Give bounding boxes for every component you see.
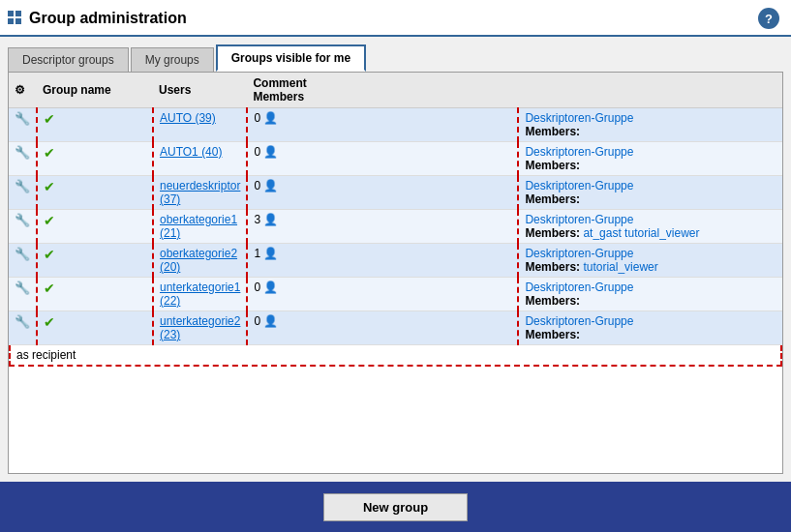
table-row: 🔧✔unterkategorie2 (23)0 👤Deskriptoren-Gr… [9, 311, 782, 345]
status-icon: ✔ [44, 213, 55, 228]
help-button[interactable]: ? [758, 8, 779, 29]
col-header-tools: ⚙ [9, 73, 37, 108]
users-count: 0 [254, 111, 260, 125]
table-row: 🔧✔AUTO (39)0 👤Deskriptoren-GruppeMembers… [9, 108, 782, 142]
group-name-link[interactable]: oberkategorie2 (20) [160, 247, 237, 274]
group-name-link[interactable]: oberkategorie1 (21) [160, 213, 237, 240]
col-header-group-name: Group name [37, 73, 153, 108]
wrench-icon[interactable]: 🔧 [15, 281, 30, 295]
row-group-name-cell: neuerdeskriptor (37) [153, 176, 247, 210]
row-group-name-cell: oberkategorie2 (20) [153, 244, 247, 278]
row-group-name-cell: AUTO (39) [153, 108, 247, 142]
comment-text: Deskriptoren-Gruppe [525, 111, 633, 125]
members-label: Members: [525, 159, 580, 172]
new-group-button[interactable]: New group [323, 493, 468, 521]
row-users-cell: 0 👤 [247, 176, 518, 210]
header-left: Group administration [8, 10, 187, 27]
wrench-icon[interactable]: 🔧 [15, 111, 30, 126]
row-status-cell: ✔ [37, 244, 153, 278]
user-person-icon: 👤 [263, 213, 278, 226]
row-tools-cell: 🔧 [9, 244, 37, 278]
row-users-cell: 1 👤 [247, 244, 518, 278]
tab-descriptor-groups[interactable]: Descriptor groups [8, 47, 129, 72]
col-header-users: Users [153, 73, 247, 108]
comment-text: Deskriptoren-Gruppe [525, 314, 633, 328]
group-name-link[interactable]: neuerdeskriptor (37) [160, 179, 240, 206]
wrench-icon[interactable]: 🔧 [15, 247, 30, 261]
comment-text: Deskriptoren-Gruppe [525, 281, 633, 294]
members-value: at_gast tutorial_viewer [583, 226, 699, 240]
tab-content: ⚙ Group name Users CommentMembers [8, 72, 783, 474]
row-status-cell: ✔ [37, 142, 153, 176]
table-row: 🔧✔oberkategorie1 (21)3 👤Deskriptoren-Gru… [9, 210, 782, 244]
wrench-icon[interactable]: 🔧 [15, 213, 30, 227]
row-group-name-cell: AUTO1 (40) [153, 142, 247, 176]
user-person-icon: 👤 [263, 281, 278, 294]
table-row: 🔧✔AUTO1 (40)0 👤Deskriptoren-GruppeMember… [9, 142, 782, 176]
users-count: 0 [254, 179, 260, 192]
status-icon: ✔ [44, 145, 55, 161]
table-row: 🔧✔neuerdeskriptor (37)0 👤Deskriptoren-Gr… [9, 176, 782, 210]
members-label: Members: [525, 192, 580, 206]
row-tools-cell: 🔧 [9, 210, 37, 244]
row-comment-cell: Deskriptoren-GruppeMembers: at_gast tuto… [518, 210, 782, 244]
members-value: tutorial_viewer [583, 260, 657, 274]
tab-my-groups[interactable]: My groups [131, 47, 214, 72]
row-users-cell: 0 👤 [247, 311, 518, 345]
content-area: Descriptor groups My groups Groups visib… [0, 37, 791, 482]
members-label: Members: [525, 125, 580, 138]
users-count: 3 [254, 213, 260, 226]
groups-table: ⚙ Group name Users CommentMembers [9, 73, 782, 345]
tabs-bar: Descriptor groups My groups Groups visib… [8, 44, 783, 72]
status-icon: ✔ [44, 314, 55, 330]
svg-rect-2 [8, 18, 14, 24]
tab-groups-visible-for-me[interactable]: Groups visible for me [216, 44, 366, 72]
group-name-link[interactable]: unterkategorie2 (23) [160, 314, 240, 341]
status-icon: ✔ [44, 179, 55, 194]
comment-text: Deskriptoren-Gruppe [525, 145, 633, 159]
status-icon: ✔ [44, 247, 55, 262]
wrench-icon[interactable]: 🔧 [15, 179, 30, 193]
row-status-cell: ✔ [37, 108, 153, 142]
wrench-icon[interactable]: 🔧 [15, 145, 30, 160]
users-count: 0 [254, 281, 260, 294]
gear-icon: ⚙ [15, 83, 25, 97]
row-status-cell: ✔ [37, 278, 153, 311]
svg-rect-0 [8, 11, 14, 16]
user-person-icon: 👤 [263, 179, 278, 192]
status-icon: ✔ [44, 281, 55, 296]
row-users-cell: 0 👤 [247, 278, 518, 311]
table-header-row: ⚙ Group name Users CommentMembers [9, 73, 782, 108]
page-header: Group administration ? [0, 0, 791, 37]
users-count: 0 [254, 314, 260, 328]
row-group-name-cell: oberkategorie1 (21) [153, 210, 247, 244]
page-wrapper: Group administration ? Descriptor groups… [0, 0, 791, 532]
row-status-cell: ✔ [37, 176, 153, 210]
row-tools-cell: 🔧 [9, 142, 37, 176]
row-comment-cell: Deskriptoren-GruppeMembers: [518, 278, 782, 311]
user-person-icon: 👤 [263, 111, 278, 125]
row-comment-cell: Deskriptoren-GruppeMembers: [518, 176, 782, 210]
members-label: Members: [525, 226, 580, 240]
group-name-link[interactable]: AUTO1 (40) [160, 145, 222, 159]
members-label: Members: [525, 260, 580, 274]
col-header-check [518, 73, 782, 108]
row-users-cell: 0 👤 [247, 142, 518, 176]
group-name-link[interactable]: unterkategorie1 (22) [160, 281, 240, 308]
row-comment-cell: Deskriptoren-GruppeMembers: [518, 108, 782, 142]
wrench-icon[interactable]: 🔧 [15, 314, 30, 329]
table-body: 🔧✔AUTO (39)0 👤Deskriptoren-GruppeMembers… [9, 108, 782, 345]
row-comment-cell: Deskriptoren-GruppeMembers: [518, 142, 782, 176]
user-person-icon: 👤 [263, 247, 278, 260]
comment-text: Deskriptoren-Gruppe [525, 179, 633, 192]
row-tools-cell: 🔧 [9, 278, 37, 311]
status-icon: ✔ [44, 111, 55, 127]
row-status-cell: ✔ [37, 311, 153, 345]
row-group-name-cell: unterkategorie1 (22) [153, 278, 247, 311]
members-label: Members: [525, 328, 580, 341]
users-count: 1 [254, 247, 260, 260]
group-name-link[interactable]: AUTO (39) [160, 111, 216, 125]
row-users-cell: 3 👤 [247, 210, 518, 244]
comment-text: Deskriptoren-Gruppe [525, 247, 633, 260]
row-comment-cell: Deskriptoren-GruppeMembers: [518, 311, 782, 345]
